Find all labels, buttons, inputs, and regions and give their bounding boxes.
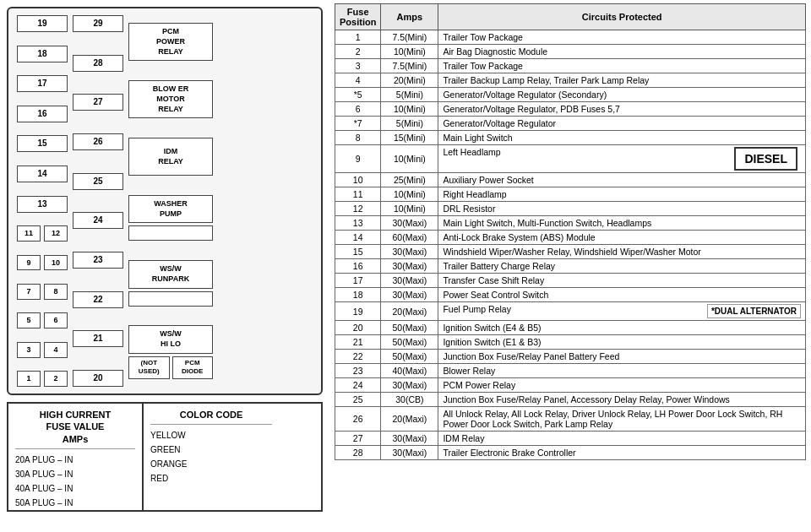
fuse-position-cell: 20 — [335, 321, 381, 335]
fuse-amps-cell: 5(Mini) — [381, 117, 438, 131]
fuse-position-cell: 12 — [335, 202, 381, 216]
table-row: 1025(Mini)Auxiliary Power Socket — [335, 173, 806, 187]
col-header-position: FusePosition — [335, 4, 381, 30]
fuse-pair-3-4: 3 4 — [17, 342, 68, 358]
fuse-position-cell: 23 — [335, 364, 381, 378]
fuse-column-mid: 29 28 27 26 25 24 23 22 21 20 — [73, 15, 123, 387]
legend-item-30a: 30A PLUG – IN — [15, 467, 135, 481]
fuse-13: 13 — [17, 196, 68, 213]
fuse-amps-cell: 25(Mini) — [381, 173, 438, 187]
fuse-12: 12 — [44, 225, 68, 242]
fuse-pair-5-6: 5 6 — [17, 312, 68, 328]
left-panel: 19 18 17 16 15 14 13 11 12 9 10 7 8 5 6 — [0, 0, 329, 532]
fuse-11: 11 — [17, 225, 41, 242]
fuse-amps-cell: 20(Maxi) — [381, 302, 438, 321]
fuse-circuit-cell: Blower Relay — [438, 364, 806, 378]
col-header-circuits: Circuits Protected — [438, 4, 806, 30]
table-row: 37.5(Mini)Trailer Tow Package — [335, 59, 806, 73]
fuse-9: 9 — [17, 255, 41, 271]
fuse-position-cell: 16 — [335, 259, 381, 274]
fuse-26: 26 — [73, 133, 123, 150]
legend-color-yellow: YELLOW — [150, 428, 272, 442]
table-row: 2150(Maxi)Ignition Switch (E1 & B3) — [335, 335, 806, 350]
legend-color-orange: ORANGE — [150, 457, 272, 471]
fuse-amps-cell: 15(Mini) — [381, 131, 438, 145]
fuse-25: 25 — [73, 173, 123, 190]
fuse-position-cell: 10 — [335, 173, 381, 187]
fuse-amps-cell: 30(Maxi) — [381, 245, 438, 259]
fuse-amps-cell: 60(Maxi) — [381, 231, 438, 245]
fuse-circuit-cell: Trailer Tow Package — [438, 59, 806, 73]
table-row: 210(Mini)Air Bag Diagnostic Module — [335, 45, 806, 59]
table-row: 815(Mini)Main Light Switch — [335, 131, 806, 145]
fuse-amps-cell: 30(CB) — [381, 393, 438, 407]
fuse-position-cell: 14 — [335, 231, 381, 245]
relay-wsw-runpark: WS/WRUNPARK — [128, 260, 213, 288]
fuse-pair-1-2: 1 2 — [17, 371, 68, 387]
fuse-position-cell: 9 — [335, 145, 381, 173]
fuse-position-cell: 18 — [335, 288, 381, 302]
table-row: 1110(Mini)Right Headlamp — [335, 187, 806, 202]
fuse-circuit-cell: Left HeadlampDIESEL — [438, 145, 806, 173]
fuse-19: 19 — [17, 15, 68, 32]
col-header-amps: Amps — [381, 4, 438, 30]
fuse-position-cell: 3 — [335, 59, 381, 73]
relay-pcm-diode: PCMDIODE — [172, 356, 214, 379]
fuse-amps-cell: 20(Mini) — [381, 73, 438, 88]
table-row: *75(Mini)Generator/Voltage Regulator — [335, 117, 806, 131]
table-row: 2050(Maxi)Ignition Switch (E4 & B5) — [335, 321, 806, 335]
right-panel: FusePosition Amps Circuits Protected 17.… — [329, 0, 811, 532]
table-row: 2250(Maxi)Junction Box Fuse/Relay Panel … — [335, 350, 806, 364]
fuse-box: 19 18 17 16 15 14 13 11 12 9 10 7 8 5 6 — [7, 7, 323, 395]
fuse-circuit-cell: Transfer Case Shift Relay — [438, 274, 806, 288]
fuse-amps-cell: 10(Mini) — [381, 102, 438, 117]
fuse-circuit-cell: Generator/Voltage Regulator (Secondary) — [438, 88, 806, 102]
fuse-17: 17 — [17, 75, 68, 92]
fuse-amps-cell: 30(Maxi) — [381, 378, 438, 393]
table-row: 2430(Maxi)PCM Power Relay — [335, 378, 806, 393]
fuse-position-cell: 15 — [335, 245, 381, 259]
fuse-circuit-cell: Main Light Switch — [438, 131, 806, 145]
fuse-amps-cell: 10(Mini) — [381, 145, 438, 173]
fuse-position-cell: 21 — [335, 335, 381, 350]
relay-washer-pump: WASHERPUMP — [128, 195, 213, 223]
fuse-position-cell: 13 — [335, 216, 381, 231]
fuse-circuit-cell: Right Headlamp — [438, 187, 806, 202]
fuse-circuit-cell: Windshield Wiper/Washer Relay, Windshiel… — [438, 245, 806, 259]
table-row: 1210(Mini)DRL Resistor — [335, 202, 806, 216]
legend-item-20a: 20A PLUG – IN — [15, 453, 135, 467]
table-row: 2830(Maxi)Trailer Electronic Brake Contr… — [335, 446, 806, 460]
fuse-amps-cell: 50(Maxi) — [381, 350, 438, 364]
legend-item-40a: 40A PLUG – IN — [15, 481, 135, 496]
fuse-position-cell: 4 — [335, 73, 381, 88]
fuse-pair-7-8: 7 8 — [17, 284, 68, 300]
fuse-amps-cell: 30(Maxi) — [381, 259, 438, 274]
fuse-circuit-cell: Generator/Voltage Regulator, PDB Fuses 5… — [438, 102, 806, 117]
fuse-3: 3 — [17, 342, 41, 358]
fuse-circuit-cell: Trailer Battery Charge Relay — [438, 259, 806, 274]
fuse-position-cell: 2 — [335, 45, 381, 59]
fuse-8: 8 — [44, 284, 68, 300]
diesel-badge: DIESEL — [734, 147, 797, 171]
table-row: 17.5(Mini)Trailer Tow Package — [335, 30, 806, 45]
fuse-circuit-cell: Ignition Switch (E4 & B5) — [438, 321, 806, 335]
fuse-amps-cell: 10(Mini) — [381, 202, 438, 216]
fuse-position-cell: 25 — [335, 393, 381, 407]
fuse-10: 10 — [44, 255, 68, 271]
relay-not-used: (NOTUSED) — [128, 356, 170, 379]
fuse-6: 6 — [44, 312, 68, 328]
fuse-circuit-cell: Auxiliary Power Socket — [438, 173, 806, 187]
table-row: 1920(Maxi)Fuel Pump Relay *DUAL ALTERNAT… — [335, 302, 806, 321]
fuse-circuit-cell: Air Bag Diagnostic Module — [438, 45, 806, 59]
table-row: 1330(Maxi)Main Light Switch, Multi-Funct… — [335, 216, 806, 231]
fuse-amps-cell: 30(Maxi) — [381, 216, 438, 231]
fuse-circuit-cell: Fuel Pump Relay *DUAL ALTERNATOR — [438, 302, 806, 321]
fuse-circuit-cell: PCM Power Relay — [438, 378, 806, 393]
relay-idm: IDMRELAY — [128, 138, 213, 176]
fuse-circuit-cell: Trailer Electronic Brake Controller — [438, 446, 806, 460]
table-row: 2730(Maxi)IDM Relay — [335, 432, 806, 446]
legend-color-red: RED — [150, 471, 272, 486]
legend-amps-items: 20A PLUG – IN 30A PLUG – IN 40A PLUG – I… — [15, 453, 135, 510]
fuse-amps-cell: 7.5(Mini) — [381, 30, 438, 45]
fuse-circuit-cell: Junction Box Fuse/Relay Panel, Accessory… — [438, 393, 806, 407]
